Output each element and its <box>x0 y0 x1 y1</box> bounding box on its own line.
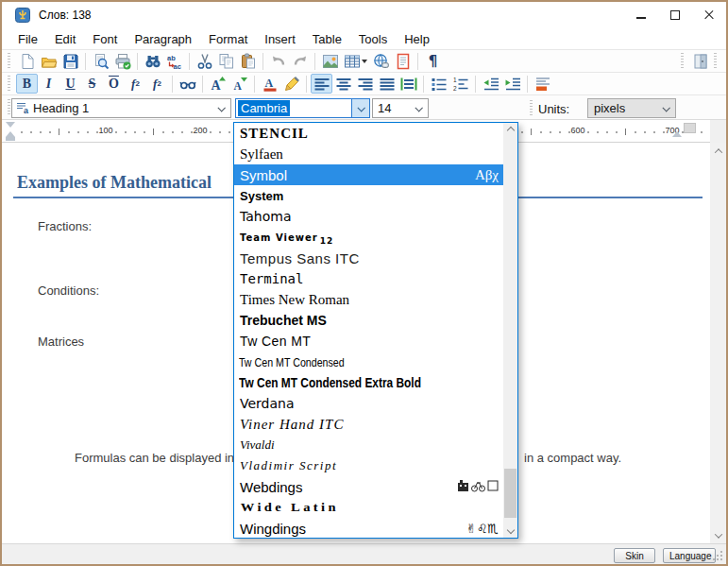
toolbar-grip[interactable] <box>8 53 10 69</box>
numbered-list-button[interactable]: 12 <box>449 74 471 94</box>
paste-button[interactable] <box>237 51 259 71</box>
fit-width-button[interactable] <box>398 74 419 94</box>
resize-grip-icon[interactable] <box>713 551 723 561</box>
toolbar-grip[interactable] <box>714 53 717 69</box>
find-button[interactable] <box>142 51 163 71</box>
show-formatting-marks-button[interactable]: ¶ <box>422 51 444 71</box>
strikethrough-button[interactable]: S <box>81 74 103 94</box>
font-option-tw-cen-mt[interactable]: Tw Cen MT <box>234 331 503 352</box>
italic-button[interactable]: I <box>38 74 59 94</box>
bold-button[interactable]: B <box>16 74 38 94</box>
font-option-tw-cen-mt-condensed-extra-bold[interactable]: Tw Cen MT Condensed Extra Bold <box>234 372 463 393</box>
align-left-button[interactable] <box>311 74 332 94</box>
grow-font-button[interactable]: A <box>207 74 229 94</box>
shrink-font-button[interactable]: A <box>229 74 250 94</box>
first-line-indent-marker[interactable] <box>6 122 15 128</box>
new-document-button[interactable] <box>16 51 38 71</box>
print-preview-button[interactable] <box>90 51 111 71</box>
menu-item-edit[interactable]: Edit <box>46 30 84 48</box>
left-indent-marker[interactable] <box>6 137 15 141</box>
insert-image-button[interactable] <box>319 51 341 71</box>
close-button[interactable] <box>692 2 726 28</box>
font-option-trebuchet-ms[interactable]: Trebuchet MS <box>234 310 503 331</box>
font-option-wingdings[interactable]: Wingdings✌♌♏ <box>234 518 503 538</box>
toolbar-grip[interactable] <box>8 99 10 115</box>
scroll-up-arrow-icon[interactable] <box>710 143 726 159</box>
font-option-system[interactable]: System <box>234 185 503 206</box>
toolbar-grip[interactable] <box>8 76 10 92</box>
toolbar-grip[interactable] <box>530 100 533 116</box>
right-indent-marker[interactable] <box>672 131 682 137</box>
minimize-button[interactable] <box>624 2 658 28</box>
skin-button[interactable]: Skin <box>614 548 655 563</box>
replace-button[interactable]: abac <box>163 51 185 71</box>
font-option-sylfaen[interactable]: Sylfaen <box>234 144 503 164</box>
menu-item-paragraph[interactable]: Paragraph <box>126 30 200 48</box>
paragraph-style-combo[interactable]: a Heading 1 <box>11 98 231 118</box>
font-size-combo[interactable]: 14 <box>372 98 429 118</box>
decrease-indent-button[interactable] <box>480 74 501 94</box>
font-option-tempus-sans-itc[interactable]: Tempus Sans ITC <box>234 248 503 268</box>
font-option-label: Vivaldi <box>240 437 275 453</box>
font-option-stencil[interactable]: STENCIL <box>234 123 503 144</box>
font-option-symbol[interactable]: SymbolΑβχ <box>234 164 503 185</box>
undo-button[interactable] <box>267 51 289 71</box>
highlight-color-button[interactable] <box>280 74 302 94</box>
scrollbar-thumb[interactable] <box>504 469 516 518</box>
align-center-button[interactable] <box>332 74 354 94</box>
ruler-margin-box[interactable] <box>684 123 696 133</box>
subscript-button[interactable]: f2 <box>125 74 146 94</box>
menu-item-format[interactable]: Format <box>200 30 256 48</box>
overline-button[interactable]: O <box>103 74 125 94</box>
save-button[interactable] <box>59 51 81 71</box>
justify-button[interactable] <box>376 74 398 94</box>
document-vertical-scrollbar[interactable] <box>710 143 726 543</box>
font-option-vladimir-script[interactable]: Vladimir Script <box>234 455 503 476</box>
toolbar-grip[interactable] <box>681 53 684 69</box>
font-option-webdings[interactable]: Webdings <box>234 476 503 497</box>
scroll-up-arrow-icon[interactable] <box>503 123 517 138</box>
menu-item-font[interactable]: Font <box>84 30 126 48</box>
font-family-combo[interactable]: Cambria <box>235 98 370 118</box>
copy-button[interactable] <box>215 51 237 71</box>
align-right-button[interactable] <box>354 74 376 94</box>
side-panel-button[interactable] <box>689 51 711 71</box>
language-button[interactable]: Language <box>663 548 716 563</box>
underline-button[interactable]: U <box>59 74 81 94</box>
open-button[interactable] <box>38 51 59 71</box>
insert-table-button[interactable] <box>341 51 370 71</box>
font-combo-dropdown-button[interactable] <box>351 99 369 117</box>
font-option-vivaldi[interactable]: Vivaldi <box>234 435 503 455</box>
paragraph-shading-button[interactable] <box>532 74 553 94</box>
menu-item-file[interactable]: File <box>9 30 46 48</box>
font-option-terminal[interactable]: Terminal <box>234 268 503 289</box>
bullet-list-button[interactable] <box>428 74 449 94</box>
font-option-wide-latin[interactable]: Wide Latin <box>234 497 503 518</box>
font-option-times-new-roman[interactable]: Times New Roman <box>234 289 503 310</box>
reading-glasses-button[interactable] <box>177 74 198 94</box>
menu-item-table[interactable]: Table <box>304 30 350 48</box>
maximize-button[interactable] <box>658 2 692 28</box>
menu-item-tools[interactable]: Tools <box>350 30 396 48</box>
hyperlink-button[interactable] <box>370 51 392 71</box>
copy-formatting-button[interactable] <box>392 51 414 71</box>
scroll-down-arrow-icon[interactable] <box>710 527 726 543</box>
formatting-toolbar: B I U S O f2 f2 A A A 12 <box>2 72 726 94</box>
units-combo[interactable]: pixels <box>587 98 676 118</box>
font-color-button[interactable]: A <box>259 74 280 94</box>
scroll-down-arrow-icon[interactable] <box>503 523 517 538</box>
superscript-button[interactable]: f2 <box>146 74 168 94</box>
font-option-tahoma[interactable]: Tahoma <box>234 206 503 227</box>
font-option-verdana[interactable]: Verdana <box>234 393 503 414</box>
increase-indent-button[interactable] <box>501 74 523 94</box>
cut-button[interactable] <box>194 51 215 71</box>
font-option-teamviewer12[interactable]: Team Viewer12 <box>234 227 503 248</box>
font-option-viner-hand-itc[interactable]: Viner Hand ITC <box>234 414 503 435</box>
menu-item-insert[interactable]: Insert <box>256 30 304 48</box>
print-button[interactable] <box>111 51 133 71</box>
font-list-scrollbar[interactable] <box>503 123 517 538</box>
align-center-icon <box>335 76 352 93</box>
menu-item-help[interactable]: Help <box>396 30 438 48</box>
font-option-tw-cen-mt-condensed[interactable]: Tw Cen MT Condensed <box>234 352 455 372</box>
redo-button[interactable] <box>289 51 311 71</box>
